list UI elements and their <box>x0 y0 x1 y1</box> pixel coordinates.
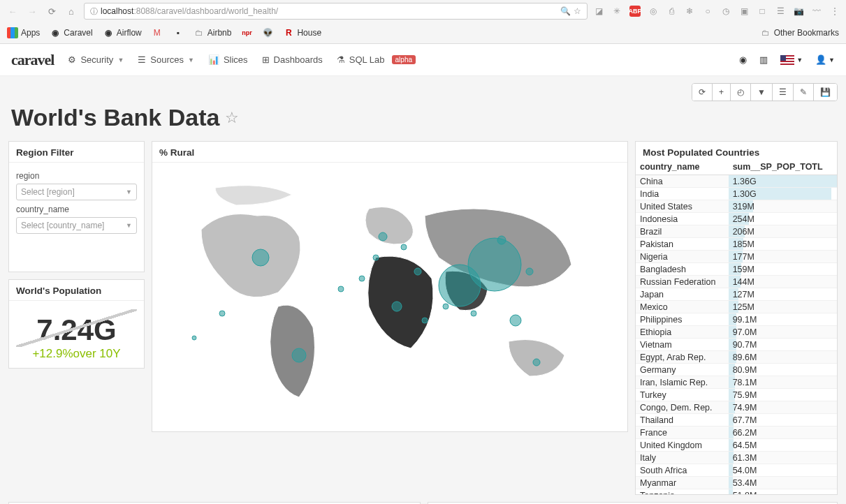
region-select[interactable]: Select [region]▼ <box>16 184 137 200</box>
table-row[interactable]: Thailand67.7M <box>636 414 837 427</box>
ext-snow-icon[interactable]: ❄ <box>684 6 695 17</box>
favorite-star-icon[interactable]: ☆ <box>225 109 239 127</box>
edit-button[interactable]: ✎ <box>794 84 814 101</box>
region-filter-panel: Region Filter region Select [region]▼ co… <box>8 141 145 272</box>
table-row[interactable]: India1.30G <box>636 188 837 200</box>
bookmark-npr[interactable]: npr <box>241 27 252 38</box>
bookmark-airbnb[interactable]: 🗀Airbnb <box>194 27 232 38</box>
svg-point-18 <box>471 311 476 316</box>
refresh-button[interactable]: ⟳ <box>692 84 713 101</box>
table-row[interactable]: Egypt, Arab Rep.89.6M <box>636 351 837 364</box>
country-select[interactable]: Select [country_name]▼ <box>16 217 137 234</box>
table-row[interactable]: Tanzania51.8M <box>636 489 837 495</box>
svg-point-2 <box>439 265 481 306</box>
github-link-icon[interactable]: ◉ <box>739 54 747 65</box>
table-row[interactable]: Brazil206M <box>636 225 837 238</box>
svg-point-3 <box>252 249 269 266</box>
region-filter-title: Region Filter <box>9 142 144 163</box>
table-row[interactable]: Indonesia254M <box>636 213 837 225</box>
ext-square-icon[interactable]: □ <box>757 6 768 17</box>
table-row[interactable]: Myanmar53.4M <box>636 477 837 489</box>
nav-sources[interactable]: ☰Sources▼ <box>138 54 194 65</box>
table-row[interactable]: United Kingdom64.5M <box>636 439 837 452</box>
table-row[interactable]: Turkey75.9M <box>636 389 837 401</box>
database-icon: ☰ <box>138 54 146 65</box>
locale-flag[interactable]: ▼ <box>780 55 803 65</box>
home-button[interactable]: ⌂ <box>64 4 78 18</box>
svg-point-10 <box>526 268 533 275</box>
ext-delicious-icon[interactable]: ◪ <box>593 6 604 17</box>
logo[interactable]: caravel <box>11 51 54 69</box>
bookmark-apps[interactable]: Apps <box>7 27 40 38</box>
time-button[interactable]: ◴ <box>731 84 751 101</box>
url-bar[interactable]: ⓘ localhost:8088/caravel/dashboard/world… <box>84 3 588 20</box>
table-row[interactable]: Nigeria177M <box>636 251 837 263</box>
forward-button[interactable]: → <box>25 4 39 18</box>
svg-point-8 <box>497 236 506 244</box>
table-row[interactable]: Vietnam90.7M <box>636 339 837 351</box>
population-title: World's Population <box>9 280 144 301</box>
table-row[interactable]: France66.2M <box>636 427 837 439</box>
menu-icon[interactable]: ⋮ <box>829 6 840 17</box>
back-button[interactable]: ← <box>6 4 20 18</box>
table-row[interactable]: United States319M <box>636 200 837 213</box>
ext-adblock-icon[interactable]: ABP <box>629 6 641 17</box>
add-button[interactable]: + <box>713 84 731 101</box>
ext-bug-icon[interactable]: ✳ <box>611 6 622 17</box>
bookmark-house[interactable]: RHouse <box>283 27 321 38</box>
docs-icon[interactable]: ▥ <box>759 54 768 65</box>
population-value: 7.24G <box>12 313 141 347</box>
bookmark-caravel[interactable]: ◉Caravel <box>50 27 92 38</box>
ext-camera-icon[interactable]: 📷 <box>793 6 804 17</box>
reload-button[interactable]: ⟳ <box>45 4 59 18</box>
table-row[interactable]: Ethiopia97.0M <box>636 326 837 339</box>
info-icon[interactable]: ⓘ <box>90 6 98 17</box>
ext-globe-icon[interactable]: ◎ <box>648 6 659 17</box>
svg-point-15 <box>192 336 196 340</box>
ext-clock-icon[interactable]: ◷ <box>720 6 731 17</box>
css-button[interactable]: ☰ <box>773 84 794 101</box>
bookmark-other[interactable]: 🗀Other Bookmarks <box>760 27 839 38</box>
zoom-icon[interactable]: 🔍 <box>560 6 571 16</box>
table-row[interactable]: Russian Federation144M <box>636 276 837 288</box>
col-pop[interactable]: sum__SP_POP_TOTL <box>729 159 837 175</box>
table-row[interactable]: Mexico125M <box>636 301 837 313</box>
ext-trello-icon[interactable]: ▣ <box>738 6 750 17</box>
filter-button[interactable]: ▼ <box>751 84 773 101</box>
table-row[interactable]: Pakistan185M <box>636 238 837 251</box>
chart-icon: 📊 <box>208 54 219 65</box>
table-row[interactable]: China1.36G <box>636 175 837 188</box>
countries-table-title: Most Populated Countries <box>636 142 837 159</box>
ext-wave-icon[interactable]: 〰 <box>811 6 822 17</box>
world-map[interactable] <box>156 167 623 425</box>
url-text: localhost:8088/caravel/dashboard/world_h… <box>101 6 560 16</box>
table-row[interactable]: South Africa54.0M <box>636 464 837 477</box>
table-row[interactable]: Congo, Dem. Rep.74.9M <box>636 401 837 414</box>
nav-security[interactable]: ⚙Security▼ <box>68 54 124 65</box>
user-menu[interactable]: 👤▼ <box>815 54 835 65</box>
bookmark-reddit[interactable]: 👽 <box>262 27 273 38</box>
nav-dashboards[interactable]: ⊞Dashboards <box>262 54 323 65</box>
bookmark-pinned[interactable]: ▪ <box>173 27 184 38</box>
table-row[interactable]: Iran, Islamic Rep.78.1M <box>636 376 837 389</box>
table-row[interactable]: Bangladesh159M <box>636 263 837 276</box>
table-row[interactable]: Japan127M <box>636 288 837 301</box>
dashboard-icon: ⊞ <box>262 54 270 65</box>
table-row[interactable]: Germany80.9M <box>636 364 837 376</box>
flask-icon: ⚗ <box>337 54 345 65</box>
nav-slices[interactable]: 📊Slices <box>208 54 248 65</box>
ext-paw-icon[interactable]: ☰ <box>775 6 786 17</box>
nav-sqllab[interactable]: ⚗SQL Labalpha <box>337 54 416 65</box>
table-row[interactable]: Italy61.3M <box>636 452 837 464</box>
ext-circle-icon[interactable]: ○ <box>702 6 713 17</box>
col-country[interactable]: country_name <box>636 159 729 175</box>
population-panel: World's Population 7.24G +12.9%over 10Y <box>8 279 145 369</box>
save-button[interactable]: 💾 <box>814 84 837 101</box>
table-row[interactable]: Philippines99.1M <box>636 313 837 326</box>
bookmark-gmail[interactable]: M <box>152 27 163 38</box>
bookmark-airflow[interactable]: ◉Airflow <box>103 27 142 38</box>
svg-point-6 <box>392 302 402 311</box>
svg-point-19 <box>373 255 379 260</box>
bookmark-star-icon[interactable]: ☆ <box>574 6 581 16</box>
ext-print-icon[interactable]: ⎙ <box>666 6 677 17</box>
